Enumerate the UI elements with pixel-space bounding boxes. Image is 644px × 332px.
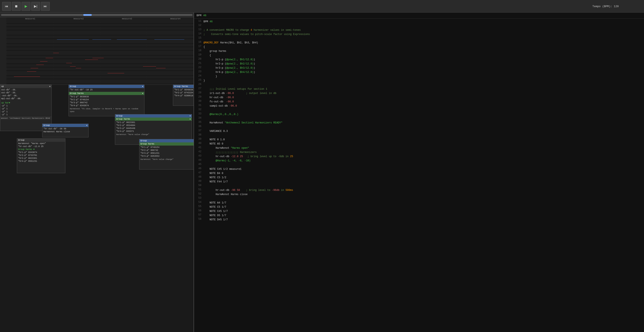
- piano-roll-row: [6, 66, 194, 68]
- dropdown-icon-1[interactable]: ▼: [49, 85, 50, 87]
- line-number: 15: [195, 36, 202, 39]
- block-card-header-3[interactable]: Group harms ▼: [173, 85, 194, 88]
- measure2-label: measure2: [74, 18, 84, 20]
- line-number: 43: [195, 154, 202, 157]
- code-editor-panel: BPM 46 11BPM 4612 13; A convenient MACRO…: [194, 13, 644, 332]
- code-token: samp1-out-db: [204, 104, 229, 107]
- line-content: samp1-out-db -96.0: [204, 104, 643, 108]
- dropdown-icon-6[interactable]: ▼: [190, 115, 191, 117]
- stop-button[interactable]: ⏹: [12, 2, 21, 11]
- code-line: 12: [194, 24, 644, 28]
- piano-roll-row: [6, 46, 194, 48]
- line-number: 45: [195, 163, 202, 166]
- code-token: }: [204, 79, 205, 82]
- step-button[interactable]: ▶|: [31, 2, 40, 11]
- block-card-header-2[interactable]: Group ▼: [69, 85, 144, 88]
- block-subcard-header-6[interactable]: Group harms ▼: [115, 118, 192, 121]
- code-line: 21 hr2-p (@pow(2., $h2/12.0)): [194, 62, 644, 66]
- block-card-header-7[interactable]: Group ▼: [140, 139, 194, 142]
- code-line: 45: [194, 163, 644, 167]
- line-number: 28: [195, 91, 202, 94]
- piano-roll-row: [6, 77, 194, 78]
- code-token: HarmAnnot: [204, 121, 225, 124]
- code-token: ): [254, 58, 255, 61]
- block-subcard-header-2[interactable]: Group harms ▼: [69, 92, 144, 95]
- dropdown-icon-4[interactable]: ▼: [86, 124, 87, 126]
- code-token: 25: [290, 155, 293, 158]
- code-line: 15: [194, 36, 644, 41]
- code-line: 54 NOTE A4 1/7: [194, 201, 644, 205]
- rewind-button[interactable]: ⏮: [2, 2, 11, 11]
- line-content: hr-out-db -96 50 ; bring level to -96db …: [204, 188, 643, 192]
- timeline-scroll[interactable]: [0, 13, 194, 17]
- dropdown-sub-icon-2[interactable]: ▼: [142, 92, 143, 94]
- line-number: 17: [195, 45, 202, 48]
- line-number: 12: [195, 24, 202, 27]
- timeline-bar[interactable]: [1, 14, 192, 16]
- dropdown-icon-2[interactable]: ▼: [142, 85, 143, 87]
- code-line: 23 hr4-p (@pow(2., $h4/12.0)): [194, 70, 644, 74]
- code-line: 26: [194, 83, 644, 87]
- line-number: 24: [195, 74, 202, 77]
- line-content: ; A convenient MACRO to change 4 harmoni…: [204, 28, 643, 32]
- block-title-3: Group harms: [174, 85, 188, 88]
- code-token: hr-out-db: [204, 189, 231, 192]
- piano-roll-row: [6, 40, 194, 41]
- code-line: 57 NOTE D5 1/7: [194, 213, 644, 218]
- block-card-header-5[interactable]: Group: [17, 139, 65, 142]
- line-content: [204, 197, 643, 201]
- timeline-handle[interactable]: [83, 14, 92, 16]
- code-line: 46 NOTE C#5 1/2 measure1: [194, 167, 644, 171]
- line-number: 37: [195, 129, 202, 132]
- code-line: 19 {: [194, 53, 644, 57]
- dropdown-sub-icon-6[interactable]: ▼: [190, 118, 191, 120]
- piano-roll-row: [6, 80, 194, 81]
- play-button[interactable]: ▶: [22, 2, 30, 11]
- line-content: }: [204, 74, 643, 79]
- piano-roll-row: [6, 65, 194, 66]
- code-token: ;;;;;;;;;;;;;;; Harmonizers: [204, 151, 257, 154]
- blocks-section: up ▼ out-db" -36. out-db" -36. -out-db" …: [0, 85, 194, 332]
- code-token: hr4-p (: [204, 71, 226, 74]
- line-content: NOTE C5 1/7: [204, 205, 643, 209]
- piano-roll: measure1 measure2 measure3 measure4: [0, 17, 194, 85]
- line-number: 21: [195, 62, 202, 65]
- code-token: @Harms(0.,0.,0.,0.): [210, 113, 238, 116]
- piano-roll-row: [6, 45, 194, 46]
- code-token: NOTE B4 0: [204, 172, 223, 175]
- block-card-header-6[interactable]: Group ▼: [115, 114, 192, 118]
- code-token: NOTE D5 1/7: [204, 214, 226, 217]
- line-content: NOTE 0 1.0: [204, 138, 643, 142]
- forward-button[interactable]: ⏭: [41, 2, 50, 11]
- code-token: group harms: [204, 50, 226, 53]
- line-content: HarmAnnot Harms close: [204, 192, 643, 197]
- block-subtitle-6: Group harms: [116, 118, 130, 120]
- code-token: ;;; Initial Level setups for section: [204, 88, 266, 91]
- block-subcard-header-7[interactable]: Group harms ▼: [140, 142, 194, 146]
- block-card-subbody-6: "hr1-p" 0623361 "hr2-p" 0534604 "hr3-p" …: [115, 121, 192, 136]
- measure1-label: measure1: [25, 18, 35, 20]
- line-content: @Harms(-1, -4, -8, -10): [204, 159, 643, 163]
- measure4-label: measure4: [170, 18, 180, 20]
- code-token: -96.0: [226, 100, 234, 103]
- line-number: 35: [195, 121, 202, 124]
- line-content: hr3-p (@pow(2., $h3/12.0)): [204, 66, 643, 70]
- piano-roll-row: [6, 58, 194, 60]
- line-number: 51: [195, 188, 202, 191]
- line-number: 30: [195, 100, 202, 103]
- code-editor[interactable]: 11BPM 4612 13; A convenient MACRO to cha…: [194, 18, 644, 332]
- code-token: NOTE A4 1/7: [204, 201, 226, 204]
- line-number: 18: [195, 49, 202, 52]
- block-card-header-1[interactable]: up ▼: [0, 85, 52, 88]
- piano-roll-grid: // Will be rendered via JS: [6, 21, 194, 84]
- code-token: NOTE C5 1/7: [204, 206, 226, 209]
- code-token: ): [254, 62, 255, 65]
- code-token: @pow(2., $h4/12.0): [226, 71, 254, 74]
- piano-roll-row: [6, 78, 194, 80]
- code-line: 24 }: [194, 74, 644, 79]
- line-content: ; Converts semi-tone values to pitch-sca…: [204, 32, 643, 36]
- line-content: NOTE C#5 1/2 measure1: [204, 167, 643, 171]
- code-line: 14; Converts semi-tone values to pitch-s…: [194, 32, 644, 36]
- piano-roll-row: [6, 26, 194, 27]
- block-card-header-4[interactable]: Group ▼: [42, 124, 88, 127]
